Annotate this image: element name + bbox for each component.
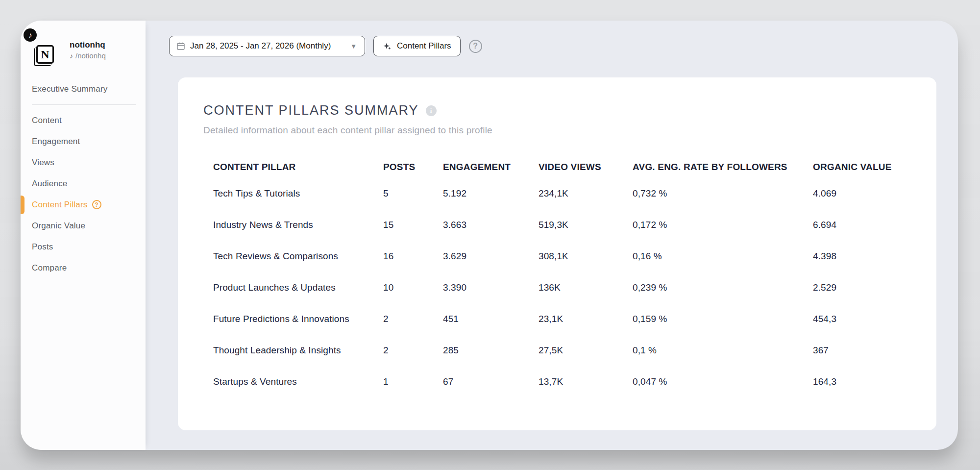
date-range-value: Jan 28, 2025 - Jan 27, 2026 (Monthly) bbox=[190, 41, 331, 51]
calendar-icon bbox=[176, 42, 185, 50]
column-header: VIDEO VIEWS bbox=[539, 162, 633, 173]
cell-posts: 5 bbox=[383, 188, 443, 199]
table-row: Product Launches & Updates103.390136K0,2… bbox=[213, 272, 914, 303]
column-header: ORGANIC VALUE bbox=[813, 162, 914, 173]
chevron-down-icon: ▼ bbox=[350, 43, 357, 50]
cell-pillar: Startups & Ventures bbox=[213, 376, 383, 387]
sidebar-item-label: Organic Value bbox=[32, 221, 85, 231]
cell-organic-value: 164,3 bbox=[813, 376, 914, 387]
sidebar-item-label: Content Pillars bbox=[32, 200, 88, 210]
column-header: AVG. ENG. RATE BY FOLLOWERS bbox=[633, 162, 813, 173]
table-row: Future Predictions & Innovations245123,1… bbox=[213, 303, 914, 335]
info-icon[interactable]: i bbox=[426, 105, 437, 116]
main-content: Jan 28, 2025 - Jan 27, 2026 (Monthly) ▼ … bbox=[146, 21, 958, 450]
cell-engagement: 5.192 bbox=[443, 188, 539, 199]
sidebar-item-label: Posts bbox=[32, 242, 53, 252]
card-subtitle: Detailed information about each content … bbox=[203, 125, 914, 136]
cell-organic-value: 4.069 bbox=[813, 188, 914, 199]
table-header-row: CONTENT PILLARPOSTSENGAGEMENTVIDEO VIEWS… bbox=[213, 156, 914, 178]
content-pillars-table: CONTENT PILLARPOSTSENGAGEMENTVIDEO VIEWS… bbox=[213, 156, 914, 397]
sidebar-divider bbox=[32, 104, 136, 105]
cell-video-views: 234,1K bbox=[539, 188, 633, 199]
cell-avg-eng-rate: 0,732 % bbox=[633, 188, 813, 199]
sidebar-item-posts[interactable]: Posts bbox=[21, 236, 146, 257]
sidebar-item-label: Audience bbox=[32, 179, 68, 189]
table-row: Thought Leadership & Insights228527,5K0,… bbox=[213, 335, 914, 366]
cell-posts: 1 bbox=[383, 376, 443, 387]
help-icon[interactable]: ? bbox=[469, 40, 482, 53]
cell-organic-value: 2.529 bbox=[813, 282, 914, 293]
sidebar-item-views[interactable]: Views bbox=[21, 152, 146, 173]
column-header: ENGAGEMENT bbox=[443, 162, 539, 173]
cell-video-views: 13,7K bbox=[539, 376, 633, 387]
sidebar-item-content-pillars[interactable]: Content Pillars? bbox=[21, 194, 146, 215]
sidebar-item-organic-value[interactable]: Organic Value bbox=[21, 215, 146, 236]
cell-organic-value: 367 bbox=[813, 345, 914, 356]
cell-posts: 15 bbox=[383, 220, 443, 230]
cell-engagement: 451 bbox=[443, 314, 539, 324]
cell-avg-eng-rate: 0,16 % bbox=[633, 251, 813, 262]
tiktok-note-icon: ♪ bbox=[70, 51, 73, 61]
cell-engagement: 3.629 bbox=[443, 251, 539, 262]
cell-organic-value: 454,3 bbox=[813, 314, 914, 324]
cell-posts: 2 bbox=[383, 314, 443, 324]
question-circle-icon[interactable]: ? bbox=[92, 200, 101, 209]
column-header: CONTENT PILLAR bbox=[213, 162, 383, 173]
cell-video-views: 308,1K bbox=[539, 251, 633, 262]
sidebar-item-label: Compare bbox=[32, 263, 67, 273]
cell-pillar: Tech Tips & Tutorials bbox=[213, 188, 383, 199]
table-row: Industry News & Trends153.663519,3K0,172… bbox=[213, 209, 914, 241]
profile-handle: ♪ /notionhq bbox=[70, 51, 106, 61]
cell-video-views: 27,5K bbox=[539, 345, 633, 356]
cell-organic-value: 6.694 bbox=[813, 220, 914, 230]
toolbar: Jan 28, 2025 - Jan 27, 2026 (Monthly) ▼ … bbox=[146, 21, 958, 56]
sidebar-item-label: Executive Summary bbox=[32, 84, 108, 94]
content-pillars-button-label: Content Pillars bbox=[397, 41, 451, 51]
content-pillars-summary-card: CONTENT PILLARS SUMMARY i Detailed infor… bbox=[178, 77, 936, 430]
cell-avg-eng-rate: 0,239 % bbox=[633, 282, 813, 293]
card-title: CONTENT PILLARS SUMMARY bbox=[203, 103, 419, 118]
cell-video-views: 519,3K bbox=[539, 220, 633, 230]
sidebar-item-label: Content bbox=[32, 116, 62, 125]
table-row: Startups & Ventures16713,7K0,047 %164,3 bbox=[213, 366, 914, 397]
cell-organic-value: 4.398 bbox=[813, 251, 914, 262]
cell-engagement: 3.663 bbox=[443, 220, 539, 230]
cell-engagement: 285 bbox=[443, 345, 539, 356]
cell-pillar: Thought Leadership & Insights bbox=[213, 345, 383, 356]
table-body: Tech Tips & Tutorials55.192234,1K0,732 %… bbox=[213, 178, 914, 397]
tiktok-badge-icon: ♪ bbox=[24, 28, 37, 42]
sidebar-item-label: Views bbox=[32, 158, 54, 168]
profile-name: notionhq bbox=[70, 40, 106, 50]
sidebar-item-label: Engagement bbox=[32, 137, 80, 147]
cell-avg-eng-rate: 0,1 % bbox=[633, 345, 813, 356]
cell-avg-eng-rate: 0,159 % bbox=[633, 314, 813, 324]
sidebar-item-audience[interactable]: Audience bbox=[21, 173, 146, 194]
cell-pillar: Product Launches & Updates bbox=[213, 282, 383, 293]
cell-video-views: 23,1K bbox=[539, 314, 633, 324]
app-container: N ♪ notionhq ♪ /notionhq Executive Summa… bbox=[21, 21, 958, 450]
sidebar-item-executive-summary[interactable]: Executive Summary bbox=[21, 78, 146, 99]
sidebar-item-compare[interactable]: Compare bbox=[21, 257, 146, 278]
cell-posts: 16 bbox=[383, 251, 443, 262]
cell-posts: 2 bbox=[383, 345, 443, 356]
cell-pillar: Industry News & Trends bbox=[213, 220, 383, 230]
sidebar-item-engagement[interactable]: Engagement bbox=[21, 131, 146, 152]
date-range-picker[interactable]: Jan 28, 2025 - Jan 27, 2026 (Monthly) ▼ bbox=[169, 36, 365, 56]
content-pillars-button[interactable]: Content Pillars bbox=[373, 36, 461, 56]
cell-video-views: 136K bbox=[539, 282, 633, 293]
column-header: POSTS bbox=[383, 162, 443, 173]
cell-posts: 10 bbox=[383, 282, 443, 293]
sidebar: N ♪ notionhq ♪ /notionhq Executive Summa… bbox=[21, 21, 146, 450]
cell-avg-eng-rate: 0,172 % bbox=[633, 220, 813, 230]
sidebar-nav: Executive SummaryContentEngagementViewsA… bbox=[21, 78, 146, 278]
notion-logo-icon: N bbox=[36, 45, 54, 64]
profile-header: N ♪ notionhq ♪ /notionhq bbox=[21, 21, 146, 65]
table-row: Tech Tips & Tutorials55.192234,1K0,732 %… bbox=[213, 178, 914, 209]
sparkle-icon bbox=[383, 42, 392, 51]
profile-avatar: N ♪ bbox=[35, 37, 67, 65]
cell-pillar: Future Predictions & Innovations bbox=[213, 314, 383, 324]
cell-engagement: 3.390 bbox=[443, 282, 539, 293]
sidebar-item-content[interactable]: Content bbox=[21, 110, 146, 131]
cell-engagement: 67 bbox=[443, 376, 539, 387]
cell-avg-eng-rate: 0,047 % bbox=[633, 376, 813, 387]
